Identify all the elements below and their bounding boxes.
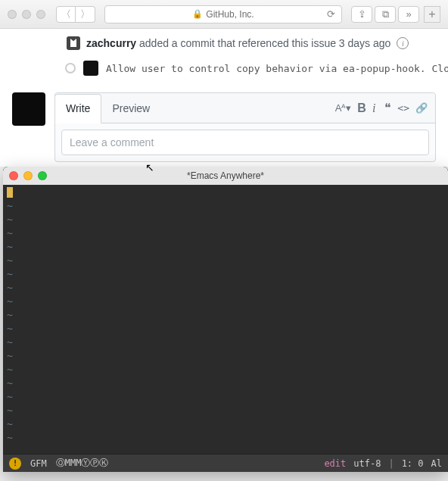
bold-icon[interactable]: B [357,102,366,115]
fringe-tilde: ~ [3,240,17,254]
lock-icon: 🔒 [192,9,203,19]
modeline-minor-modes[interactable]: ⓄMMMⓎⓅⓀ [56,457,109,470]
share-button[interactable]: ⇪ [351,6,372,23]
safari-traffic-lights [8,10,45,19]
address-host: GitHub, Inc. [206,9,254,20]
commit-avatar[interactable] [83,61,98,76]
github-reference-event: zachcurry added a commit that referenced… [67,36,436,50]
fringe-tilde: ~ [3,417,17,431]
new-tab-button[interactable]: + [424,6,440,23]
composer-tabs: Write Preview Aᴬ▾ B i ❝ <> 🔗 [55,93,435,123]
fringe-tilde: ~ [3,226,17,240]
emacs-buffer-area[interactable]: ~~~~~~~~~~~~~~~~~~ [3,185,448,454]
commit-msg-post: . [420,63,432,74]
info-icon[interactable]: i [397,37,409,49]
reload-icon[interactable]: ⟳ [327,8,335,20]
commit-closes: Clos [431,63,448,74]
modeline-position: 1: 0 [402,458,424,469]
heading-icon[interactable]: Aᴬ▾ [335,102,352,114]
safari-right-tools: ⇪ ⧉ » + [351,6,440,23]
emacs-modeline: ! GFM ⓄMMMⓎⓅⓀ edit utf-8 | 1: 0 Al [3,454,448,472]
github-commit-row: Allow user to control copy behavior via … [65,61,436,76]
modeline-encoding: utf-8 [353,458,381,469]
tab-write[interactable]: Write [54,94,101,123]
reference-time[interactable]: 3 days ago [339,37,391,49]
safari-maximize-icon[interactable] [36,10,45,19]
fringe-tilde: ~ [3,267,17,281]
safari-nav-buttons: 〈 〉 [56,6,95,23]
code-icon[interactable]: <> [397,102,409,114]
emacs-maximize-icon[interactable] [38,171,47,180]
commit-msg-code: ea-popup-hook [343,63,420,74]
modeline-major-mode[interactable]: GFM [30,458,47,469]
back-button[interactable]: 〈 [56,6,76,23]
fringe-tilde: ~ [3,322,17,336]
fringe-tilde: ~ [3,404,17,417]
warning-icon[interactable]: ! [9,458,21,470]
current-user-avatar[interactable] [12,92,45,126]
commit-msg-pre: Allow user to control copy behavior via [106,63,343,74]
emacs-title: *Emacs Anywhere* [3,170,448,181]
emacs-close-icon[interactable] [9,171,18,180]
safari-minimize-icon[interactable] [22,10,31,19]
emacs-titlebar: *Emacs Anywhere* [3,167,448,185]
commit-message[interactable]: Allow user to control copy behavior via … [106,63,448,74]
safari-toolbar: 〈 〉 🔒 GitHub, Inc. ⟳ ⇪ ⧉ » + [0,0,448,29]
fringe-tilde: ~ [3,390,17,404]
reference-action: added a commit that referenced this issu… [136,37,339,49]
modeline-tail: Al [431,458,442,469]
fringe-tilde: ~ [3,336,17,349]
modeline-edit-state: edit [324,458,346,469]
more-button[interactable]: » [398,6,419,23]
tabs-button[interactable]: ⧉ [375,6,396,23]
emacs-fringe: ~~~~~~~~~~~~~~~~~~ [3,185,17,454]
fringe-tilde: ~ [3,281,17,295]
link-icon[interactable]: 🔗 [415,102,428,114]
fringe-tilde: ~ [3,363,17,376]
fringe-tilde: ~ [3,431,17,445]
italic-icon[interactable]: i [372,102,375,115]
fringe-tilde: ~ [3,295,17,308]
composer-toolbar: Aᴬ▾ B i ❝ <> 🔗 [335,101,428,115]
quote-icon[interactable]: ❝ [384,101,391,115]
comment-textarea[interactable]: Leave a comment [61,130,429,155]
safari-close-icon[interactable] [8,10,17,19]
commit-node-icon [65,63,76,73]
bookmark-icon [67,36,80,50]
forward-button[interactable]: 〉 [76,6,95,23]
fringe-tilde: ~ [3,376,17,390]
github-comment-composer: Write Preview Aᴬ▾ B i ❝ <> 🔗 Leave a com… [12,92,436,162]
emacs-minimize-icon[interactable] [23,171,33,180]
fringe-tilde: ~ [3,349,17,363]
composer-box: Write Preview Aᴬ▾ B i ❝ <> 🔗 Leave a com… [54,92,436,162]
reference-text: zachcurry added a commit that referenced… [86,37,390,49]
address-bar[interactable]: 🔒 GitHub, Inc. ⟳ [104,5,342,23]
fringe-tilde: ~ [3,254,17,267]
emacs-cursor-block [7,187,13,198]
fringe-tilde: ~ [3,308,17,322]
github-timeline: zachcurry added a commit that referenced… [0,29,448,76]
reference-user[interactable]: zachcurry [86,37,136,49]
safari-window: 〈 〉 🔒 GitHub, Inc. ⟳ ⇪ ⧉ » + zachcurry a… [0,0,448,167]
fringe-tilde: ~ [3,213,17,226]
emacs-window: *Emacs Anywhere* ~~~~~~~~~~~~~~~~~~ ! GF… [3,167,448,472]
emacs-buffer[interactable] [17,185,448,454]
fringe-tilde: ~ [3,199,17,213]
tab-preview[interactable]: Preview [101,93,160,123]
